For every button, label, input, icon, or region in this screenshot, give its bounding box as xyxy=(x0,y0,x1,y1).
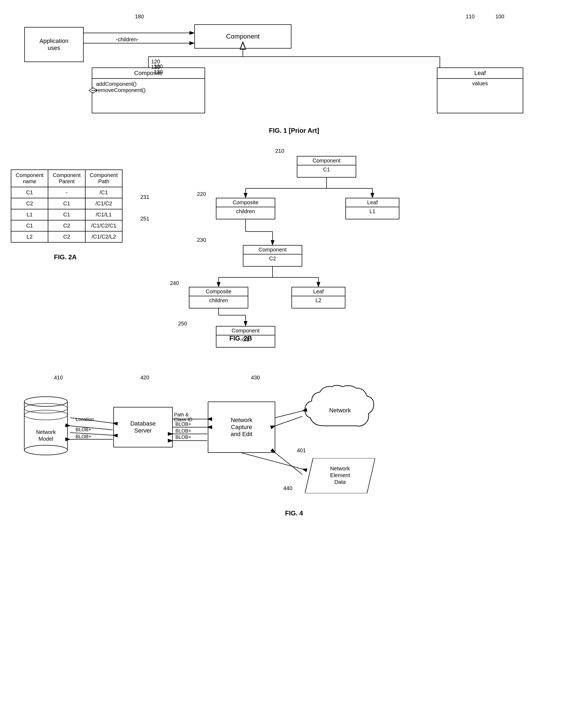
col3-header: ComponentPath xyxy=(85,170,122,187)
fig2b-caption: FIG. 2B xyxy=(229,335,252,342)
leaf-label: Leaf xyxy=(437,68,523,78)
table-row: C1 C2 /C1/C2/C1 xyxy=(11,220,122,231)
ref-110: 110 xyxy=(466,14,475,20)
svg-text:Location: Location xyxy=(76,417,94,422)
component-c2: Component C2 xyxy=(243,245,302,267)
col1-header: Componentname xyxy=(11,170,48,187)
component-label: Component xyxy=(226,33,259,40)
table-row: C2 C1 /C1/C2 xyxy=(11,198,122,209)
fig4-arrows: Location BLOB+ BLOB+ Path & Class ID BLO… xyxy=(11,369,577,509)
ref-180: 180 xyxy=(135,14,144,20)
fig2a-side: Componentname ComponentParent ComponentP… xyxy=(11,169,140,337)
ref-251: 251 xyxy=(140,216,149,222)
ref-100: 100 xyxy=(496,14,504,20)
children-label: -children- xyxy=(116,37,139,42)
svg-line-62 xyxy=(275,417,302,426)
fig2-wrapper: Componentname ComponentParent ComponentP… xyxy=(11,148,577,337)
ref-210: 210 xyxy=(275,148,284,154)
ref-220: 220 xyxy=(197,191,206,197)
svg-text:BLOB+: BLOB+ xyxy=(175,434,191,440)
svg-text:BLOB+: BLOB+ xyxy=(175,422,191,427)
svg-marker-8 xyxy=(239,48,246,49)
svg-line-63 xyxy=(241,453,302,469)
fig2a-table: Componentname ComponentParent ComponentP… xyxy=(11,169,123,242)
svg-line-64 xyxy=(275,453,302,474)
fig4-diagram: 410 420 430 Network Model Database Ser xyxy=(11,369,577,509)
ref-230: 230 xyxy=(197,237,206,243)
composite-children-bot: Composite children xyxy=(189,287,248,308)
leaf-l2: Leaf L2 xyxy=(291,287,345,308)
app-uses-box: Application uses xyxy=(24,27,84,62)
ref-130: 130 xyxy=(154,69,163,75)
svg-text:BLOB+: BLOB+ xyxy=(76,434,91,439)
component-c1-top: Component C1 xyxy=(297,156,356,177)
composite-label: Composite xyxy=(92,68,205,78)
fig1-diagram: 180 110 100 Application uses Component C… xyxy=(11,11,577,124)
ref-231: 231 xyxy=(140,194,149,200)
fig2b-diagram: 210 Component C1 220 Composite children … xyxy=(162,148,577,337)
fig2a-caption: FIG. 2A xyxy=(54,253,77,261)
composite-box: Composite addComponent() removeComponent… xyxy=(92,67,205,113)
component-box: Component xyxy=(194,24,291,48)
composite-methods: addComponent() removeComponent() xyxy=(92,79,205,95)
table-row: L1 C1 /C1/L1 xyxy=(11,209,122,220)
ref-250: 250 xyxy=(178,321,187,327)
fig2b-arrows xyxy=(162,148,577,337)
fig1-caption: FIG. 1 [Prior Art] xyxy=(11,127,577,134)
leaf-box: Leaf values xyxy=(437,67,523,113)
ref-240: 240 xyxy=(170,280,179,286)
svg-text:Path &: Path & xyxy=(174,412,189,418)
leaf-l1: Leaf L1 xyxy=(345,198,399,219)
svg-text:BLOB+: BLOB+ xyxy=(76,427,91,432)
fig4-caption: FIG. 4 xyxy=(11,509,577,517)
table-row: L2 C2 /C1/C2/L2 xyxy=(11,231,122,242)
svg-text:BLOB+: BLOB+ xyxy=(175,428,191,434)
app-uses-label: Application uses xyxy=(39,38,68,51)
composite-children-top: Composite children xyxy=(216,198,275,219)
col2-header: ComponentParent xyxy=(48,170,85,187)
svg-line-61 xyxy=(275,411,302,418)
leaf-values: values xyxy=(437,79,523,88)
table-row: C1 - /C1 xyxy=(11,187,122,198)
